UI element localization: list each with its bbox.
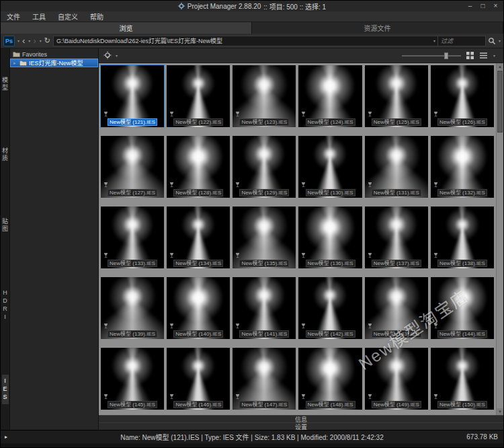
lamp-icon [235,111,241,117]
lamp-icon [300,182,306,188]
lamp-icon [235,323,241,329]
lamp-icon [103,252,109,258]
menu-tools[interactable]: 工具 [26,11,52,22]
ies-thumbnail[interactable]: New模型 (139).IES [101,277,164,339]
lamp-icon [235,252,241,258]
category-tab-ies[interactable]: IES [2,375,9,404]
ies-thumbnail[interactable]: New模型 (122).IES [167,65,230,127]
ies-thumbnail[interactable]: New模型 (141).IES [233,277,296,339]
ies-thumbnail[interactable]: New模型 (127).IES [101,136,164,198]
thumbnail-label: New模型 (143).IES [372,330,421,338]
ies-thumbnail[interactable]: New模型 (121).IES [101,65,164,127]
ies-thumbnail[interactable]: New模型 (135).IES [233,207,296,268]
thumbnail-label: New模型 (133).IES [108,260,157,267]
category-tab-strip: 模型 材质 贴图 HDRI IES [1,48,10,430]
tab-browse[interactable]: 浏览 [1,22,252,34]
ies-thumbnail[interactable]: New模型 (140).IES [167,277,230,339]
main-area: 模型 材质 贴图 HDRI IES Favorites ▸ IES灯光库-New… [1,48,503,430]
lamp-icon [367,394,373,400]
menu-file[interactable]: 文件 [1,11,26,22]
maximize-button[interactable]: □ [476,1,489,11]
forward-history-chevron-icon[interactable]: ▾ [40,38,42,43]
lamp-icon [103,394,109,400]
scroll-up-icon[interactable]: ▲ [497,63,503,70]
category-tab-hdri[interactable]: HDRI [2,287,9,324]
close-button[interactable]: × [489,1,502,11]
tree-expand-icon[interactable]: ▸ [13,61,17,66]
ies-thumbnail[interactable]: New模型 (136).IES [298,207,362,268]
ies-thumbnail[interactable]: New模型 (148).IES [298,348,362,410]
forward-button[interactable]: › [32,36,36,45]
thumbnail-label: New模型 (137).IES [372,260,421,267]
minimize-button[interactable]: – [464,1,476,11]
menu-customize[interactable]: 自定义 [52,11,84,22]
display-options-chevron-icon[interactable]: ▾ [493,53,495,58]
category-tab-maps[interactable]: 贴图 [1,215,9,235]
thumbnail-label: New模型 (142).IES [306,330,355,338]
grid-view-icon[interactable] [466,51,474,60]
thumbnail-label: New模型 (138).IES [437,260,487,267]
category-tab-materials[interactable]: 材质 [1,145,9,165]
ies-thumbnail[interactable]: New模型 (129).IES [233,136,296,198]
search-icon[interactable] [488,37,496,45]
tree-item-favorites[interactable]: Favorites [10,50,98,59]
content-panel: ▾ [99,48,503,430]
thumbnail-area: New模型 (121).IES New模型 (122).IES New模型 (1… [99,63,503,415]
status-text: Name: New模型 (121).IES | Type: IES 文件 | S… [120,432,384,442]
ies-thumbnail[interactable]: New模型 (144).IES [431,277,494,339]
scrollbar-thumb[interactable] [497,71,503,133]
ies-thumbnail[interactable]: New模型 (123).IES [233,65,296,127]
ies-thumbnail[interactable]: New模型 (133).IES [101,207,164,268]
search-options-chevron-icon[interactable]: ▾ [499,38,501,43]
ies-thumbnail[interactable]: New模型 (145).IES [101,348,164,410]
ies-thumbnail[interactable]: New模型 (149).IES [365,348,428,410]
lamp-icon [433,182,439,188]
chevron-down-icon[interactable]: ▾ [17,38,19,43]
scroll-down-icon[interactable]: ▼ [497,408,503,415]
back-history-chevron-icon[interactable]: ▾ [28,38,30,43]
path-dropdown-chevron-icon[interactable]: ▾ [433,38,435,43]
status-expand-icon[interactable]: ▸ [5,434,7,440]
ies-thumbnail[interactable]: New模型 (125).IES [365,65,428,127]
photoshop-button[interactable]: Ps [3,36,15,46]
slider-handle[interactable] [444,52,448,59]
light-options-chevron-icon[interactable]: ▾ [116,53,118,58]
vertical-scrollbar[interactable]: ▲ ▼ [496,63,503,415]
ies-thumbnail[interactable]: New模型 (147).IES [233,348,296,410]
ies-thumbnail[interactable]: New模型 (138).IES [431,207,494,268]
window-controls: – □ × [464,1,502,11]
tab-resource-files[interactable]: 资源文件 [252,22,503,34]
thumbnail-label: New模型 (144).IES [437,330,487,338]
back-button[interactable]: ‹ [22,36,26,45]
settings-panel-header[interactable]: 设置 [99,422,503,430]
thumbnail-label: New模型 (136).IES [306,260,355,267]
light-icon[interactable] [103,51,112,61]
ies-thumbnail[interactable]: New模型 (128).IES [167,136,230,198]
ies-thumbnail[interactable]: New模型 (150).IES [431,348,494,410]
ies-thumbnail[interactable]: New模型 (142).IES [298,277,362,339]
thumbnail-size-slider[interactable] [402,52,461,60]
category-tab-models[interactable]: 模型 [1,74,9,94]
ies-thumbnail[interactable]: New模型 (124).IES [298,65,362,127]
thumbnail-label: New模型 (123).IES [239,118,289,126]
total-size-label: 673.78 KB [466,433,498,441]
path-input[interactable] [53,36,441,46]
tree-item-label: IES灯光库-New模型 [29,59,83,67]
ies-thumbnail[interactable]: New模型 (143).IES [365,277,428,339]
ies-thumbnail[interactable]: New模型 (134).IES [167,207,230,268]
display-options-icon[interactable] [479,52,488,59]
lamp-icon [433,323,439,329]
ies-thumbnail[interactable]: New模型 (146).IES [167,348,230,410]
refresh-button[interactable]: ↻ [44,37,51,44]
ies-thumbnail[interactable]: New模型 (131).IES [365,136,428,198]
menu-help[interactable]: 帮助 [84,11,110,22]
thumbnail-label: New模型 (135).IES [239,260,289,267]
lamp-icon [103,323,109,329]
filter-input[interactable] [437,36,486,46]
info-panel-header[interactable]: 信息 [99,415,503,422]
ies-thumbnail[interactable]: New模型 (126).IES [431,65,494,127]
tree-item-ies-library[interactable]: ▸ IES灯光库-New模型 [10,59,98,67]
ies-thumbnail[interactable]: New模型 (130).IES [298,136,362,198]
ies-thumbnail[interactable]: New模型 (132).IES [431,136,494,198]
ies-thumbnail[interactable]: New模型 (137).IES [365,207,428,268]
